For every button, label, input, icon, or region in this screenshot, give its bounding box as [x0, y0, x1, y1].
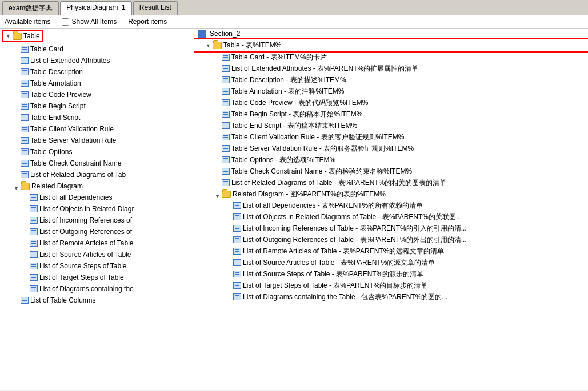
- doc-icon: [21, 160, 29, 167]
- doc-icon: [222, 122, 230, 129]
- right-root-expand: ▼: [206, 43, 211, 49]
- right-tree-item[interactable]: List of Extended Attributes - 表%PARENT%的…: [194, 63, 588, 74]
- right-tree-item[interactable]: List of Diagrams containing the Table - …: [194, 291, 588, 303]
- doc-icon: [30, 228, 38, 235]
- right-tree-item[interactable]: Table Options - 表的选项%ITEM%: [194, 154, 588, 166]
- show-all-checkbox[interactable]: [62, 18, 69, 26]
- doc-icon: [30, 240, 38, 247]
- expand-arrow: ▼: [14, 183, 19, 189]
- left-tree-item[interactable]: Table Begin Script: [0, 100, 194, 112]
- right-tree-item[interactable]: Table Begin Script - 表的稿本开始%ITEM%: [194, 108, 588, 120]
- right-root-item[interactable]: ▼ Table - 表%ITEM%: [194, 39, 588, 51]
- item-label: Table Server Validation Rule: [30, 135, 117, 146]
- doc-icon: [233, 282, 241, 289]
- item-label: Table Server Validation Rule - 表的服务器验证规则…: [231, 143, 414, 154]
- left-tree-item[interactable]: Table Code Preview: [0, 89, 194, 100]
- toolbar: Available items Show All Items Report it…: [0, 15, 588, 29]
- item-label: List of Outgoing References of: [39, 227, 132, 237]
- right-tree-item[interactable]: List of Source Steps of Table - 表%PARENT…: [194, 268, 588, 280]
- item-label: Table Annotation: [30, 78, 81, 88]
- item-label: Table Code Preview - 表的代码预览%ITEM%: [231, 98, 368, 108]
- left-tree-item[interactable]: List of Extended Attributes: [0, 55, 194, 66]
- left-tree-item[interactable]: Table Options: [0, 146, 194, 158]
- doc-icon: [222, 88, 230, 95]
- doc-icon: [233, 225, 241, 232]
- right-tree-item[interactable]: List of Target Steps of Table - 表%PARENT…: [194, 280, 588, 291]
- left-tree-item[interactable]: List of Remote Articles of Table: [0, 237, 194, 249]
- right-tree-item[interactable]: Table End Script - 表的稿本结束%ITEM%: [194, 120, 588, 131]
- left-tree-item[interactable]: List of all Dependencies: [0, 192, 194, 203]
- right-tree-item[interactable]: ▼Related Diagram - 图%PARENT%的表的%ITEM%: [194, 188, 588, 200]
- panels: ▼ Table Table CardList of Extended Attri…: [0, 29, 588, 390]
- left-tree-item[interactable]: Table Client Validation Rule: [0, 123, 194, 135]
- right-tree-item[interactable]: Table Card - 表%ITEM%的卡片: [194, 51, 588, 63]
- right-tree-item[interactable]: List of Outgoing References of Table - 表…: [194, 234, 588, 245]
- doc-icon: [233, 213, 241, 220]
- item-label: List of Target Steps of Table: [39, 272, 124, 283]
- item-label: List of Target Steps of Table - 表%PARENT…: [243, 280, 427, 291]
- tab-result[interactable]: Result List: [133, 1, 178, 15]
- left-panel-root-item[interactable]: ▼ Table: [2, 30, 43, 42]
- left-tree-item[interactable]: List of Objects in Related Diagr: [0, 203, 194, 215]
- doc-icon: [233, 202, 241, 209]
- doc-icon: [222, 99, 230, 106]
- left-tree-item[interactable]: Table Card: [0, 43, 194, 55]
- left-tree-item[interactable]: Table Server Validation Rule: [0, 135, 194, 146]
- left-tree-item[interactable]: Table End Script: [0, 112, 194, 123]
- left-tree-item[interactable]: List of Outgoing References of: [0, 226, 194, 237]
- doc-icon: [233, 293, 241, 300]
- item-label: List of Outgoing References of Table - 表…: [243, 235, 467, 245]
- right-tree-item[interactable]: List of Source Articles of Table - 表%PAR…: [194, 257, 588, 268]
- doc-icon: [21, 114, 29, 121]
- right-tree-item[interactable]: Table Description - 表的描述%ITEM%: [194, 74, 588, 86]
- doc-icon: [21, 46, 29, 53]
- left-tree-item[interactable]: List of Diagrams containing the: [0, 283, 194, 295]
- tab-bar: exam数据字典 PhysicalDiagram_1 Result List: [0, 0, 588, 15]
- right-root-folder-icon: [213, 42, 222, 49]
- left-tree-item[interactable]: ▼Related Diagram: [0, 180, 194, 192]
- available-items-section: Available items: [5, 18, 50, 26]
- right-tree-item[interactable]: List of Remote Articles of Table - 表%PAR…: [194, 245, 588, 257]
- item-label: Table End Script: [30, 112, 80, 123]
- doc-icon: [21, 91, 29, 98]
- doc-icon: [21, 126, 29, 132]
- left-tree-item[interactable]: Table Check Constraint Name: [0, 158, 194, 169]
- left-tree-item[interactable]: List of Target Steps of Table: [0, 272, 194, 283]
- left-tree-item[interactable]: List of Source Steps of Table: [0, 260, 194, 272]
- left-tree-item[interactable]: Table Description: [0, 66, 194, 78]
- left-panel-root-wrapper: ▼ Table: [0, 29, 194, 43]
- left-panel: ▼ Table Table CardList of Extended Attri…: [0, 29, 194, 390]
- doc-icon: [222, 134, 230, 140]
- item-label: Table Client Validation Rule - 表的客户验证规则%…: [231, 132, 405, 142]
- right-tree-item[interactable]: List of Incoming References of Table - 表…: [194, 223, 588, 234]
- left-tree-item[interactable]: Table Annotation: [0, 78, 194, 89]
- left-tree-item[interactable]: List of Source Articles of Table: [0, 249, 194, 260]
- left-tree-item[interactable]: List of Related Diagrams of Tab: [0, 169, 194, 180]
- available-items-label: Available items: [5, 18, 50, 26]
- right-root-label: Table - 表%ITEM%: [223, 41, 281, 50]
- right-tree-item[interactable]: Table Code Preview - 表的代码预览%ITEM%: [194, 97, 588, 108]
- show-all-checkbox-label[interactable]: Show All Items: [62, 18, 117, 26]
- main-container: Available items Show All Items Report it…: [0, 15, 588, 390]
- folder-icon: [21, 183, 30, 190]
- right-tree-item[interactable]: Table Check Constraint Name - 表的检验约束名称%I…: [194, 166, 588, 177]
- right-tree-item[interactable]: List of Related Diagrams of Table - 表%PA…: [194, 177, 588, 188]
- right-panel: Section_2 ▼ Table - 表%ITEM% Table Card -…: [194, 29, 588, 390]
- item-label: Table Options - 表的选项%ITEM%: [231, 155, 335, 165]
- right-tree-item[interactable]: Table Annotation - 表的注释%ITEM%: [194, 86, 588, 97]
- item-label: List of all Dependencies - 表%PARENT%的所有依…: [243, 200, 423, 211]
- item-label: List of Extended Attributes: [30, 55, 110, 66]
- right-tree-item[interactable]: List of Objects in Related Diagrams of T…: [194, 211, 588, 223]
- doc-icon: [21, 148, 29, 155]
- left-tree-item[interactable]: List of Table Columns: [0, 295, 194, 306]
- item-label: List of Objects in Related Diagr: [39, 204, 134, 214]
- left-tree-item[interactable]: List of Incoming References of: [0, 215, 194, 226]
- item-label: Table End Script - 表的稿本结束%ITEM%: [231, 120, 357, 131]
- doc-icon: [233, 248, 241, 255]
- right-tree-item[interactable]: Table Client Validation Rule - 表的客户验证规则%…: [194, 131, 588, 143]
- right-tree-item[interactable]: List of all Dependencies - 表%PARENT%的所有依…: [194, 200, 588, 211]
- right-tree-item[interactable]: Table Server Validation Rule - 表的服务器验证规则…: [194, 143, 588, 154]
- tab-physical[interactable]: PhysicalDiagram_1: [60, 1, 131, 15]
- item-label: Table Check Constraint Name - 表的检验约束名称%I…: [231, 166, 412, 176]
- tab-exam[interactable]: exam数据字典: [2, 1, 59, 15]
